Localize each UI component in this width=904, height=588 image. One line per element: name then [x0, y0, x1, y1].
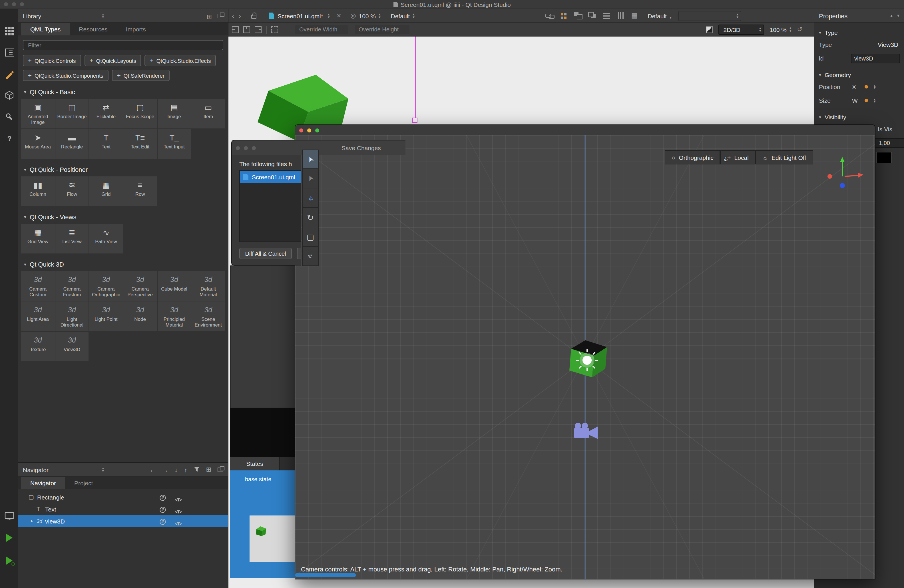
base-state-thumbnail[interactable] — [250, 515, 295, 562]
library-item[interactable]: T_ Text Input — [157, 129, 191, 159]
stepper-icon[interactable] — [102, 13, 104, 18]
select-group-tool[interactable] — [302, 169, 319, 188]
library-item[interactable]: 3d Light Directional — [55, 301, 89, 331]
sidebar-list-icon[interactable] — [5, 47, 14, 57]
visibility-section-header[interactable]: Visibility — [814, 112, 904, 122]
geometry-section-header[interactable]: Geometry — [814, 69, 904, 80]
navigator-tab[interactable]: Navigator — [21, 477, 65, 489]
diff-all-cancel-button[interactable]: Diff All & Cancel — [239, 248, 292, 259]
add-pane-icon[interactable] — [206, 466, 211, 473]
library-item[interactable]: ≋ Flow — [55, 177, 89, 206]
viewport-3d[interactable]: ○ Orthographic + Local ☼ Edit Light Off — [295, 135, 875, 579]
library-item[interactable]: ▣ Animated Image — [21, 99, 55, 128]
move-down-icon[interactable]: ↓ — [175, 466, 178, 473]
dashed-box-icon[interactable] — [271, 26, 278, 33]
navigator-panel-selector[interactable]: Navigator — [23, 466, 104, 473]
library-item[interactable]: 3d Light Area — [21, 301, 55, 331]
filter-input[interactable]: Filter — [23, 40, 223, 50]
add-module-button[interactable]: QtQuick.Studio.Components — [23, 69, 109, 81]
library-item[interactable]: ⇄ Flickable — [89, 99, 123, 128]
back-icon[interactable]: ‹ — [232, 12, 234, 20]
viewport-toggle-button[interactable]: ○ Orthographic — [665, 150, 721, 164]
library-item[interactable]: 3d Principled Material — [157, 301, 191, 331]
library-item[interactable]: 3d Camera Frustum — [55, 271, 89, 301]
move-up-icon[interactable]: ↑ — [184, 466, 187, 473]
section-header-positioner[interactable]: Qt Quick - Positioner — [18, 164, 228, 175]
float-panel-icon[interactable] — [218, 467, 223, 472]
section-header-basic[interactable]: Qt Quick - Basic — [18, 87, 228, 97]
library-item[interactable]: ≣ List View — [55, 224, 89, 254]
send-back-icon[interactable] — [588, 12, 597, 19]
navigator-row[interactable]: T Text — [18, 503, 228, 515]
close-document-icon[interactable]: ✕ — [337, 13, 341, 19]
opacity-input[interactable]: 1,00 — [875, 138, 904, 148]
stepper-icon[interactable] — [412, 13, 415, 18]
maximize-window-icon[interactable] — [315, 128, 319, 132]
binding-indicator-icon[interactable] — [864, 99, 868, 102]
library-item[interactable]: ▢ Focus Scope — [123, 99, 157, 128]
states-tab[interactable]: States — [230, 457, 280, 470]
stepper-icon[interactable] — [379, 13, 381, 18]
run-play-icon[interactable] — [5, 533, 14, 542]
library-item[interactable]: ➤ Mouse Area — [21, 129, 55, 159]
export-alias-icon[interactable] — [159, 517, 166, 528]
unlock-icon[interactable] — [251, 15, 256, 19]
library-item[interactable]: T Text — [89, 129, 123, 159]
library-item[interactable]: ▭ Item — [191, 99, 225, 128]
library-item[interactable]: ∿ Path View — [89, 224, 123, 254]
stepper-icon[interactable] — [736, 13, 738, 18]
stepper-icon[interactable] — [790, 27, 792, 32]
selected-light-object[interactable] — [568, 339, 608, 380]
editor-3d-titlebar[interactable] — [295, 125, 875, 135]
stepper-icon[interactable] — [874, 84, 876, 89]
move-left-icon[interactable]: ← — [150, 466, 156, 473]
library-item[interactable]: 3d Default Material — [191, 271, 225, 301]
style-selector[interactable]: Default — [391, 12, 410, 19]
library-panel-selector[interactable]: Library — [23, 12, 104, 19]
library-item[interactable]: 3d Camera Custom — [21, 271, 55, 301]
float-panel-icon[interactable] — [218, 13, 223, 18]
stepper-icon[interactable] — [759, 27, 761, 32]
cube-3d-icon[interactable] — [5, 91, 14, 101]
help-icon[interactable]: ? — [5, 134, 14, 143]
add-module-button[interactable]: QtQuick.Layouts — [85, 55, 141, 66]
wrench-icon[interactable] — [5, 112, 14, 121]
select-tool[interactable] — [302, 150, 319, 169]
color-swatch[interactable] — [876, 152, 892, 163]
distribute-h-icon[interactable] — [602, 12, 611, 19]
id-input[interactable]: view3D — [851, 54, 900, 63]
override-height-field[interactable]: Override Height — [355, 25, 409, 34]
library-item[interactable]: T≡ Text Edit — [123, 129, 157, 159]
section-header-3d[interactable]: Qt Quick 3D — [18, 259, 228, 270]
rotate-tool[interactable] — [302, 208, 319, 227]
library-item[interactable]: ▬ Rectangle — [55, 129, 89, 159]
distribute-v-icon[interactable] — [617, 12, 625, 19]
library-item[interactable]: ▦ Grid View — [21, 224, 55, 254]
library-item[interactable]: 3d Node — [123, 301, 157, 331]
link-icon[interactable] — [545, 12, 554, 19]
monitor-icon[interactable] — [5, 511, 14, 521]
type-section-header[interactable]: Type — [814, 27, 904, 38]
mode-2d3d-selector[interactable]: 2D/3D — [718, 24, 764, 35]
scale-tool[interactable] — [302, 227, 319, 247]
override-width-field[interactable]: Override Width — [295, 25, 348, 34]
viewport-toggle-button[interactable]: ☼ Edit Light Off — [755, 150, 813, 164]
library-item[interactable]: ▮▮ Column — [21, 177, 55, 206]
move-tool[interactable] — [302, 188, 319, 208]
camera-object[interactable] — [573, 421, 600, 441]
add-pane-icon[interactable] — [207, 11, 212, 21]
states-scrollbar[interactable] — [295, 573, 356, 577]
library-item[interactable]: 3d Texture — [21, 332, 55, 361]
export-alias-icon[interactable] — [159, 493, 166, 503]
stepper-icon[interactable] — [102, 467, 104, 472]
stepper-icon[interactable] — [874, 98, 876, 103]
eye-icon[interactable] — [175, 519, 182, 529]
library-item[interactable]: ▦ Grid — [89, 177, 123, 206]
filter-icon[interactable] — [194, 466, 200, 473]
edit-pencil-icon[interactable] — [5, 69, 14, 79]
bring-front-icon[interactable] — [574, 12, 583, 19]
library-item[interactable]: 3d Camera Orthographic — [89, 271, 123, 301]
forward-icon[interactable]: › — [239, 12, 241, 20]
anchor-top-icon[interactable] — [243, 26, 250, 33]
library-item[interactable]: ≡ Row — [123, 177, 157, 206]
